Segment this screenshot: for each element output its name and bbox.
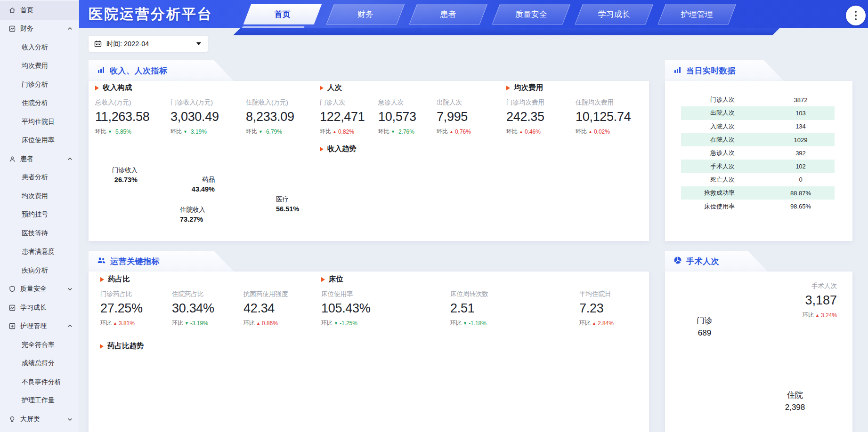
tab-home[interactable]: 首页: [243, 4, 322, 24]
metric-label: 抗菌药使用强度: [243, 290, 315, 298]
row-value: 3872: [767, 96, 835, 104]
patient-icon: [8, 155, 16, 163]
panel-title: 当日实时数据: [686, 65, 736, 76]
sidebar-item-label: 不良事件分析: [22, 378, 61, 386]
app-title: 医院运营分析平台: [89, 5, 213, 24]
metric-label: 住院均次费用: [576, 98, 645, 107]
mom-badge: 环比▼-3.19%: [172, 319, 243, 327]
metric-label: 床位周转次数: [450, 290, 579, 298]
sidebar-item-finance[interactable]: 财务: [0, 20, 79, 39]
sidebar-item-label: 门诊分析: [22, 80, 48, 89]
panel-income-visits-header: 收入、人次指标: [89, 60, 234, 81]
sidebar-item-nursing-workload[interactable]: 护理工作量: [0, 392, 79, 410]
sidebar-item-avg-stay-days[interactable]: 平均住院日: [0, 112, 79, 131]
sidebar-item-adverse-events[interactable]: 不良事件分析: [0, 373, 79, 392]
top-header: 医院运营分析平台 首页财务患者质量安全学习成长护理管理: [79, 0, 868, 28]
row-value: 134: [767, 123, 835, 130]
row-label: 出院人次: [681, 109, 735, 117]
tab-label: 患者: [440, 9, 456, 20]
tab-patient[interactable]: 患者: [409, 4, 488, 24]
learning-icon: [8, 304, 16, 312]
sidebar-item-full-compliance[interactable]: 完全符合率: [0, 336, 79, 354]
nursing-icon: [8, 322, 16, 330]
tab-label: 学习成长: [598, 9, 630, 20]
tab-label: 质量安全: [515, 9, 547, 20]
tab-learning[interactable]: 学习成长: [575, 4, 654, 24]
dropdown-caret-icon: [196, 42, 201, 45]
table-row: 出院人次103: [681, 106, 835, 120]
tab-finance[interactable]: 财务: [326, 4, 405, 24]
tab-nursing[interactable]: 护理管理: [658, 4, 737, 24]
metric-label: 门诊均次费用: [506, 98, 576, 107]
table-row: 抢救成功率88.87%: [681, 186, 835, 200]
sidebar-item-label: 疾病分析: [22, 266, 48, 275]
sidebar-item-appointment[interactable]: 预约挂号: [0, 206, 79, 224]
sidebar-item-home[interactable]: 首页: [0, 1, 79, 20]
kebab-dot-icon: [855, 15, 857, 16]
metric-value: 7,995: [437, 110, 495, 124]
tab-label: 护理管理: [681, 9, 713, 20]
sidebar-item-inpatient-analysis[interactable]: 住院分析: [0, 94, 79, 113]
table-row: 急诊人次392: [681, 146, 835, 160]
kebab-dot-icon: [855, 18, 857, 20]
metric-cell: 门诊均次费用242.35环比▲0.46%: [506, 98, 576, 136]
table-row: 手术人次102: [681, 160, 835, 173]
finance-icon: [8, 25, 16, 32]
sidebar-item-medtech-wait[interactable]: 医技等待: [0, 224, 79, 243]
time-filter-select[interactable]: 时间: 2022-04: [89, 36, 208, 52]
sidebar-item-patient-avg-cost[interactable]: 均次费用: [0, 187, 79, 206]
metric-cell: 床位使用率105.43%环比▼-1.25%: [321, 290, 450, 327]
chevron-down-icon: [67, 287, 73, 292]
sidebar-item-label: 学习成长: [20, 304, 47, 312]
metric-label: 住院药占比: [172, 290, 243, 298]
sidebar-item-big-screen[interactable]: 大屏类: [0, 410, 79, 429]
row-label: 急诊人次: [681, 149, 735, 157]
row-value: 88.87%: [767, 190, 835, 197]
row-label: 床位使用率: [681, 202, 735, 211]
row-label: 死亡人次: [681, 176, 735, 184]
arrow-down-icon: ▼: [463, 321, 467, 326]
metric-cell: 床位周转次数2.51环比▼-1.18%: [450, 290, 579, 327]
sidebar-item-label: 患者满意度: [22, 248, 55, 256]
table-row: 在院人次1029: [681, 133, 835, 146]
table-row: 入院人次134: [681, 120, 835, 133]
arrow-down-icon: ▼: [185, 321, 189, 326]
metric-cell: 急诊人次10,573环比▼-2.76%: [378, 98, 437, 136]
row-value: 392: [767, 150, 835, 157]
sidebar-item-disease-analysis[interactable]: 疾病分析: [0, 261, 79, 280]
mom-badge: 环比▲3.24%: [803, 311, 837, 319]
sidebar-item-label: 均次费用: [22, 62, 48, 70]
sidebar-item-label: 收入分析: [22, 43, 48, 52]
sidebar-item-patient[interactable]: 患者: [0, 150, 79, 168]
panel-income-visits: 收入构成总收入(万元)11,263.58环比▼-5.85%门诊收入(万元)3,0…: [89, 81, 649, 241]
sidebar-item-patient-satisfaction[interactable]: 患者满意度: [0, 243, 79, 262]
sidebar-item-label: 住院分析: [22, 99, 48, 107]
sidebar-item-outpatient-analysis[interactable]: 门诊分析: [0, 75, 79, 94]
metric-value: 242.35: [506, 110, 576, 124]
metric-value: 122,471: [320, 110, 378, 124]
sidebar-item-patient-analysis[interactable]: 患者分析: [0, 168, 79, 187]
donut-label-inpatient-surgery: 住院 2,398: [771, 389, 819, 413]
sidebar-item-label: 护理工作量: [22, 396, 55, 405]
sidebar-item-learning[interactable]: 学习成长: [0, 298, 79, 317]
metric-value: 30.34%: [172, 301, 243, 316]
panel-title: 手术人次: [686, 256, 719, 267]
tab-quality[interactable]: 质量安全: [492, 4, 571, 24]
sidebar-item-nursing[interactable]: 护理管理: [0, 317, 79, 336]
kebab-menu-button[interactable]: [846, 6, 866, 25]
arrow-up-icon: ▲: [592, 321, 596, 326]
metric-value: 10,573: [378, 110, 437, 124]
metric-cell: 门诊药占比27.25%环比▲3.81%: [100, 290, 172, 327]
sidebar-item-total-score[interactable]: 成绩总得分: [0, 354, 79, 373]
sidebar-item-quality[interactable]: 质量安全: [0, 280, 79, 299]
sidebar-item-bed-usage-rate[interactable]: 床位使用率: [0, 131, 79, 150]
sidebar-item-finance-avg-cost[interactable]: 均次费用: [0, 57, 79, 76]
donut-label-outpatient-income: 门诊收入 26.73%: [92, 166, 138, 185]
sidebar-item-label: 预约挂号: [22, 210, 48, 219]
sidebar-item-label: 成绩总得分: [22, 359, 55, 368]
arrow-up-icon: ▲: [256, 321, 260, 326]
metric-value: 8,233.09: [246, 110, 321, 124]
metric-value: 11,263.58: [95, 110, 170, 124]
sidebar-item-income-analysis[interactable]: 收入分析: [0, 38, 79, 57]
section-title: 人次: [327, 83, 342, 93]
